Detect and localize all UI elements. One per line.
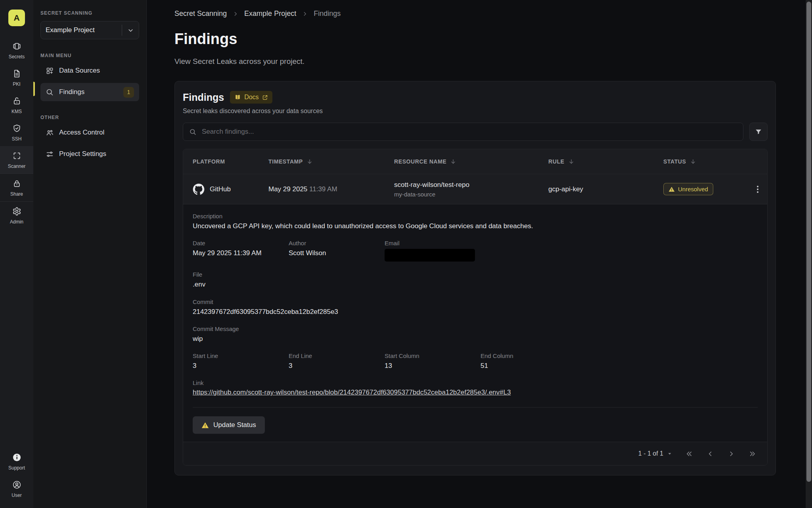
chevron-right-icon: [302, 11, 308, 17]
user-icon: [12, 480, 21, 489]
sidebar-item-access-control[interactable]: Access Control: [40, 123, 139, 142]
sidebar-item-project-settings[interactable]: Project Settings: [40, 145, 139, 163]
docs-label: Docs: [244, 94, 259, 101]
project-selector[interactable]: Example Project: [40, 21, 139, 39]
end-line-value: 3: [289, 362, 385, 370]
admin-gear-icon: [12, 207, 21, 216]
link-field: Link https://github.com/scott-ray-wilson…: [193, 380, 758, 396]
sort-desc-icon[interactable]: [450, 158, 456, 165]
resource-data-source: my-data-source: [394, 191, 548, 198]
findings-card: Findings Docs Secret leaks discovered ac…: [174, 81, 776, 475]
file-field: File .env: [193, 271, 758, 289]
update-status-button[interactable]: Update Status: [193, 416, 265, 434]
sidebar-item-label: Findings: [59, 88, 84, 96]
timestamp-cell: May 29 2025 11:39 AM: [268, 185, 394, 193]
caret-down-icon: [667, 451, 672, 456]
rail-item-scanner[interactable]: Scanner: [0, 146, 33, 173]
field-label: Start Line: [193, 353, 289, 359]
timestamp-time: 11:39 AM: [309, 185, 337, 193]
scrollbar-track[interactable]: [806, 0, 812, 508]
column-header-platform: PLATFORM: [193, 158, 268, 165]
commit-message-value: wip: [193, 335, 758, 343]
rail-label: User: [11, 493, 21, 498]
search-input-field[interactable]: [201, 127, 737, 136]
start-line-value: 3: [193, 362, 289, 370]
commit-message-field: Commit Message wip: [193, 326, 758, 343]
findings-table: PLATFORM TIMESTAMP RESOURCE NAME: [183, 149, 768, 466]
rail-item-admin[interactable]: Admin: [0, 202, 33, 229]
end-column-value: 51: [481, 362, 576, 370]
findings-count-badge: 1: [123, 87, 134, 98]
rail-item-user[interactable]: User: [0, 475, 33, 502]
sidebar-item-findings[interactable]: Findings 1: [40, 83, 139, 101]
last-page-button[interactable]: [749, 450, 756, 458]
field-label: Commit Message: [193, 326, 758, 332]
commit-field: Commit 2142397672df63095377bdc52ceba12b2…: [193, 299, 758, 316]
row-actions-menu-button[interactable]: [755, 183, 761, 195]
divider: [122, 25, 122, 36]
status-badge: Unresolved: [663, 183, 713, 195]
sidebar-item-label: Project Settings: [59, 150, 106, 158]
sidebar-section-label: SECRET SCANNING: [40, 10, 139, 16]
kms-unlock-icon: [12, 96, 21, 106]
finding-row[interactable]: GitHub May 29 2025 11:39 AM scott-ray-wi…: [183, 174, 767, 204]
first-page-button[interactable]: [686, 450, 693, 458]
rail-label: KMS: [11, 109, 22, 114]
rail-item-pki[interactable]: PKI: [0, 64, 33, 91]
breadcrumb-secret-scanning[interactable]: Secret Scanning: [174, 10, 227, 18]
warning-triangle-icon: [201, 421, 209, 429]
ssh-shield-icon: [12, 124, 21, 133]
table-footer: 1 - 1 of 1: [183, 442, 767, 465]
resource-name: scott-ray-wilson/test-repo: [394, 181, 548, 189]
column-header-resource-name[interactable]: RESOURCE NAME: [394, 158, 548, 165]
sort-desc-icon[interactable]: [568, 158, 575, 165]
rail-label: Share: [10, 191, 23, 197]
column-header-status[interactable]: STATUS: [663, 158, 754, 165]
filter-button[interactable]: [749, 123, 768, 141]
start-column-value: 13: [385, 362, 481, 370]
sort-desc-icon[interactable]: [690, 158, 696, 165]
settings-sliders-icon: [46, 150, 54, 158]
file-value: .env: [193, 280, 758, 289]
rail-item-secrets[interactable]: Secrets: [0, 37, 33, 64]
rail-item-ssh[interactable]: SSH: [0, 119, 33, 146]
rail-item-support[interactable]: Support: [0, 448, 33, 475]
previous-page-button[interactable]: [707, 450, 714, 458]
resource-cell: scott-ray-wilson/test-repo my-data-sourc…: [394, 181, 548, 198]
sidebar-item-data-sources[interactable]: Data Sources: [40, 62, 139, 80]
docs-link[interactable]: Docs: [230, 91, 272, 104]
divider: [193, 407, 758, 408]
chevron-right-icon: [233, 11, 238, 17]
platform-cell: GitHub: [193, 183, 268, 195]
column-header-timestamp[interactable]: TIMESTAMP: [268, 158, 394, 165]
email-field: Email: [385, 240, 481, 262]
start-line-field: Start Line 3: [193, 353, 289, 370]
access-control-users-icon: [46, 129, 54, 137]
rail-label: Secrets: [9, 54, 25, 60]
search-findings-input[interactable]: [183, 123, 743, 141]
date-value: May 29 2025 11:39 AM: [193, 249, 289, 257]
filter-funnel-icon: [755, 128, 762, 135]
org-avatar[interactable]: A: [8, 10, 25, 26]
finding-github-link[interactable]: https://github.com/scott-ray-wilson/test…: [193, 389, 511, 396]
rail-label: PKI: [13, 81, 20, 87]
rail-item-kms[interactable]: KMS: [0, 91, 33, 119]
sort-desc-icon[interactable]: [306, 158, 313, 165]
page-subtitle: View Secret Leaks across your project.: [174, 57, 812, 66]
column-header-rule[interactable]: RULE: [548, 158, 663, 165]
rail-item-share[interactable]: Share: [0, 174, 33, 201]
warning-triangle-icon: [668, 186, 675, 192]
next-page-button[interactable]: [728, 450, 735, 458]
support-info-icon: [12, 453, 21, 462]
breadcrumb: Secret Scanning Example Project Findings: [174, 10, 812, 18]
rail-label: SSH: [12, 136, 22, 142]
breadcrumb-example-project[interactable]: Example Project: [244, 10, 296, 18]
field-label: File: [193, 271, 758, 277]
scrollbar-thumb[interactable]: [806, 2, 811, 482]
page-title: Findings: [174, 31, 812, 48]
description-value: Uncovered a GCP API key, which could lea…: [193, 222, 758, 230]
pagination-range-dropdown[interactable]: 1 - 1 of 1: [638, 450, 672, 457]
other-label: OTHER: [40, 115, 139, 120]
sidebar-item-label: Data Sources: [59, 67, 100, 75]
field-label: End Line: [289, 353, 385, 359]
